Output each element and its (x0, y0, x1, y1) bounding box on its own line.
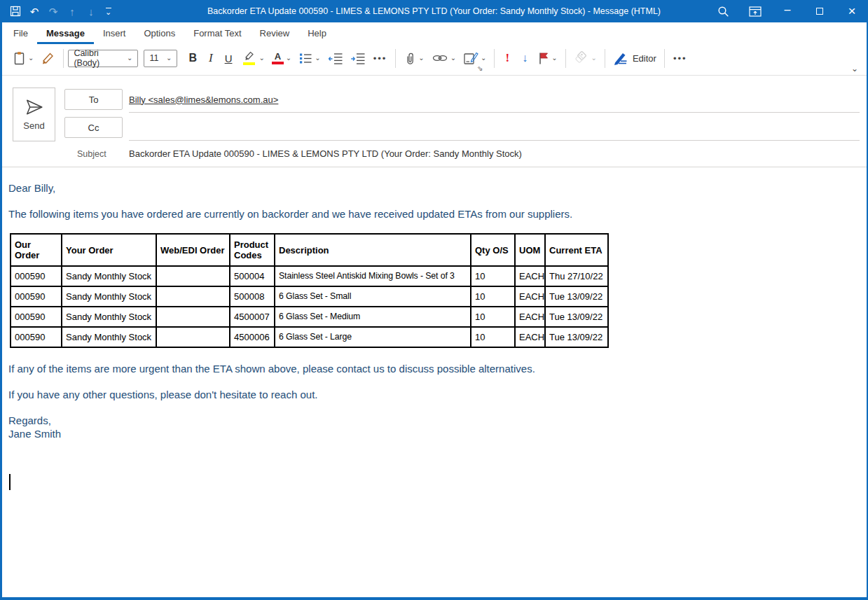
ribbon-display-options-icon[interactable] (739, 0, 771, 22)
qat-chevron: ⌄ (105, 10, 111, 14)
signature-name: Jane Smith (8, 427, 867, 440)
tab-options[interactable]: Options (135, 22, 184, 44)
table-header-cell: Your Order (62, 234, 156, 266)
table-cell: 4500006 (230, 327, 275, 347)
font-size-combobox[interactable]: 11 ⌄ (144, 50, 177, 67)
subject-field[interactable]: Subject Backorder ETA Update 000590 - LI… (2, 143, 867, 167)
chevron-down-icon: ⌄ (28, 55, 34, 62)
tab-help[interactable]: Help (298, 22, 336, 44)
table-cell: Sandy Monthly Stock (62, 327, 156, 347)
font-name-combobox[interactable]: Calibri (Body) ⌄ (68, 50, 138, 67)
table-cell: EACH (515, 286, 545, 307)
font-size-value: 11 (149, 53, 158, 63)
table-cell: Tue 13/09/22 (545, 327, 608, 347)
ribbon-tabs: File Message Insert Options Format Text … (2, 22, 867, 44)
tab-insert[interactable]: Insert (94, 22, 135, 44)
format-painter-button[interactable] (37, 48, 59, 69)
paste-button[interactable]: ⌄ (9, 48, 37, 69)
increase-indent-button[interactable] (347, 48, 369, 69)
redo-icon[interactable]: ↷ (47, 5, 60, 18)
basic-text-overflow-button[interactable]: ••• (369, 48, 392, 69)
table-header-cell: Description (275, 234, 471, 266)
italic-button[interactable]: I (202, 48, 219, 69)
previous-item-icon[interactable]: ↑ (66, 5, 78, 18)
message-body-editor[interactable]: Dear Billy, The following items you have… (2, 168, 867, 597)
tab-message[interactable]: Message (37, 22, 94, 44)
maximize-icon (816, 8, 823, 15)
group-divider (395, 49, 396, 68)
table-cell: 000590 (11, 286, 62, 307)
save-icon[interactable] (9, 5, 22, 18)
attach-file-button[interactable]: ⌄ (400, 48, 427, 69)
subject-value[interactable]: Backorder ETA Update 000590 - LIMES & LE… (129, 148, 522, 159)
low-importance-button[interactable]: ↓ (516, 48, 534, 69)
customize-quick-access-toolbar-icon[interactable]: ⌄ (105, 8, 111, 14)
clipboard-icon (13, 51, 26, 65)
tab-format-text[interactable]: Format Text (184, 22, 250, 44)
table-header-cell: Product Codes (230, 234, 275, 266)
to-field[interactable]: Billy <sales@limes&lemons.com.au> (129, 89, 860, 110)
table-header-cell: Current ETA (545, 234, 608, 266)
table-row: 000590Sandy Monthly Stock45000076 Glass … (11, 307, 608, 327)
editor-pen-icon (613, 51, 628, 65)
minimize-button[interactable]: – (771, 0, 804, 21)
close-button[interactable]: × (836, 0, 868, 22)
table-cell: EACH (515, 266, 545, 286)
link-button[interactable]: ⌄ (428, 48, 460, 69)
send-label: Send (23, 120, 44, 131)
ribbon-overflow-button[interactable]: ••• (669, 48, 691, 69)
table-cell: 6 Glass Set - Large (275, 327, 471, 347)
intro-text: The following items you have ordered are… (8, 207, 867, 221)
link-icon (432, 51, 448, 65)
table-cell: 500004 (230, 266, 275, 286)
font-color-icon: A (272, 52, 284, 64)
subject-label: Subject (77, 149, 106, 159)
table-cell: 10 (471, 307, 515, 327)
bullets-button[interactable]: ⌄ (295, 48, 324, 69)
chevron-down-icon: ⌄ (315, 55, 320, 62)
send-button[interactable]: Send (13, 88, 55, 141)
decrease-indent-button[interactable] (324, 48, 347, 69)
signature-button[interactable]: ⌄ (460, 48, 490, 69)
table-cell: 500008 (230, 286, 275, 307)
backorder-eta-table: Our OrderYour OrderWeb/EDI OrderProduct … (10, 233, 609, 348)
table-cell (156, 307, 230, 327)
search-icon[interactable] (707, 0, 739, 22)
table-cell: 000590 (11, 266, 62, 286)
message-header: Send To Cc Billy <sales@limes&lemons.com… (2, 76, 867, 167)
flag-icon (537, 51, 549, 65)
office-addins-button: ⌄ (570, 48, 600, 69)
next-item-icon[interactable]: ↓ (85, 5, 97, 18)
bold-button[interactable]: B (183, 48, 202, 69)
tab-file[interactable]: File (4, 22, 37, 44)
outlook-message-window: ↶ ↷ ↑ ↓ ⌄ Backorder ETA Update 000590 - … (0, 0, 868, 600)
cc-button[interactable]: Cc (64, 117, 123, 138)
font-color-letter: A (275, 52, 281, 61)
font-color-button[interactable]: A ⌄ (268, 48, 295, 69)
chevron-down-icon: ⌄ (481, 55, 486, 62)
maximize-button[interactable] (804, 0, 836, 22)
high-importance-button[interactable]: ! (499, 48, 516, 69)
table-cell: 10 (471, 266, 515, 286)
to-button[interactable]: To (64, 89, 123, 110)
editor-button[interactable]: Editor (609, 48, 660, 69)
table-cell (156, 327, 230, 347)
table-cell: Thu 27/10/22 (545, 266, 608, 286)
table-cell: Sandy Monthly Stock (62, 307, 156, 327)
dialog-launcher-icon[interactable]: ⇘ (477, 64, 483, 72)
quick-access-toolbar: ↶ ↷ ↑ ↓ ⌄ (0, 5, 111, 18)
table-header: Our OrderYour OrderWeb/EDI OrderProduct … (11, 234, 608, 266)
group-divider (494, 49, 495, 68)
table-cell (156, 266, 230, 286)
group-divider (605, 49, 605, 68)
recipient-chip[interactable]: Billy <sales@limes&lemons.com.au> (129, 95, 278, 105)
tab-review[interactable]: Review (251, 22, 299, 44)
follow-up-flag-button[interactable]: ⌄ (534, 48, 560, 69)
chevron-down-icon: ⌄ (127, 55, 132, 62)
bullet-list-icon (298, 51, 312, 65)
undo-icon[interactable]: ↶ (28, 5, 41, 18)
collapse-ribbon-icon[interactable]: ⌄ (851, 64, 858, 74)
text-highlight-color-button[interactable]: ⌄ (237, 48, 268, 69)
underline-button[interactable]: U (219, 48, 238, 69)
chevron-down-icon: ⌄ (591, 55, 597, 62)
